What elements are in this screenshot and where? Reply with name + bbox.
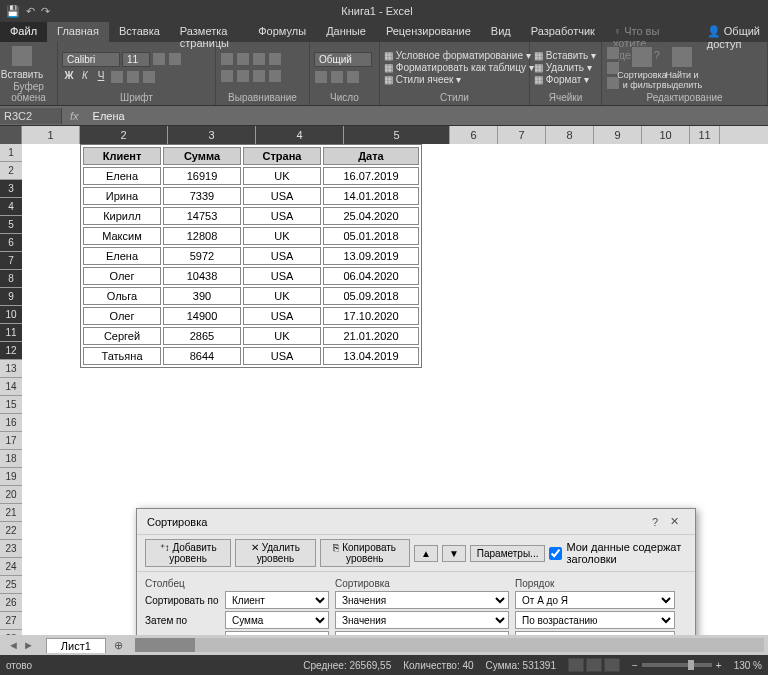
table-row[interactable]: Елена16919UK16.07.2019 <box>83 167 419 185</box>
cell[interactable]: 25.04.2020 <box>323 207 419 225</box>
col-header[interactable]: 1 <box>22 126 80 144</box>
cell[interactable]: Елена <box>83 167 161 185</box>
percent-icon[interactable] <box>330 70 344 84</box>
font-size-select[interactable]: 11 <box>122 52 150 67</box>
col-header[interactable]: 9 <box>594 126 642 144</box>
order-select[interactable]: От А до Я <box>515 591 675 609</box>
shrink-font-icon[interactable] <box>168 52 182 66</box>
row-header[interactable]: 22 <box>0 522 22 540</box>
cell[interactable]: 06.04.2020 <box>323 267 419 285</box>
add-sheet-icon[interactable]: ⊕ <box>106 639 131 652</box>
close-icon[interactable]: ✕ <box>664 515 685 528</box>
row-header[interactable]: 8 <box>0 270 22 288</box>
bold-button[interactable]: Ж <box>62 70 76 84</box>
row-header[interactable]: 20 <box>0 486 22 504</box>
help-icon[interactable]: ? <box>646 516 664 528</box>
cell[interactable]: 12808 <box>163 227 241 245</box>
zoom-in-icon[interactable]: + <box>716 660 722 671</box>
col-header[interactable]: 5 <box>344 126 450 144</box>
align-left-icon[interactable] <box>220 69 234 83</box>
view-normal-icon[interactable] <box>568 658 584 672</box>
zoom-out-icon[interactable]: − <box>632 660 638 671</box>
table-row[interactable]: Олег10438USA06.04.2020 <box>83 267 419 285</box>
align-mid-icon[interactable] <box>236 52 250 66</box>
col-header[interactable]: 4 <box>256 126 344 144</box>
find-select-button[interactable]: Найти и выделить <box>664 46 700 90</box>
row-header[interactable]: 3 <box>0 180 22 198</box>
cell[interactable]: 14753 <box>163 207 241 225</box>
col-header[interactable]: 6 <box>450 126 498 144</box>
align-bot-icon[interactable] <box>252 52 266 66</box>
cell[interactable]: Кирилл <box>83 207 161 225</box>
row-header[interactable]: 4 <box>0 198 22 216</box>
font-name-select[interactable]: Calibri <box>62 52 120 67</box>
zoom-value[interactable]: 130 % <box>734 660 762 671</box>
col-header[interactable]: 3 <box>168 126 256 144</box>
cell[interactable]: Татьяна <box>83 347 161 365</box>
row-header[interactable]: 25 <box>0 576 22 594</box>
select-all-corner[interactable] <box>0 126 22 144</box>
table-row[interactable]: Сергей2865UK21.01.2020 <box>83 327 419 345</box>
sort-on-select[interactable]: Значения <box>335 611 509 629</box>
tab-developer[interactable]: Разработчик <box>521 22 605 42</box>
sheet-tab[interactable]: Лист1 <box>46 638 106 653</box>
cell[interactable]: 8644 <box>163 347 241 365</box>
cell[interactable]: USA <box>243 207 321 225</box>
tell-me[interactable]: ♀ Что вы хотите сделать? <box>605 22 699 42</box>
save-icon[interactable]: 💾 <box>6 5 20 18</box>
cell[interactable]: Сергей <box>83 327 161 345</box>
cell[interactable]: 2865 <box>163 327 241 345</box>
align-right-icon[interactable] <box>252 69 266 83</box>
row-header[interactable]: 26 <box>0 594 22 612</box>
cell[interactable]: 13.04.2019 <box>323 347 419 365</box>
move-down-button[interactable]: ▼ <box>442 545 466 562</box>
tab-layout[interactable]: Разметка страницы <box>170 22 248 42</box>
zoom-slider[interactable]: − + <box>632 660 722 671</box>
cell[interactable]: UK <box>243 227 321 245</box>
row-header[interactable]: 14 <box>0 378 22 396</box>
italic-button[interactable]: К <box>78 70 92 84</box>
col-header[interactable]: 11 <box>690 126 720 144</box>
table-row[interactable]: Ольга390UK05.09.2018 <box>83 287 419 305</box>
align-center-icon[interactable] <box>236 69 250 83</box>
cell[interactable]: Ирина <box>83 187 161 205</box>
row-header[interactable]: 7 <box>0 252 22 270</box>
cell[interactable]: 14900 <box>163 307 241 325</box>
cell[interactable]: Олег <box>83 307 161 325</box>
sheet-nav-next-icon[interactable]: ► <box>23 639 34 651</box>
table-row[interactable]: Максим12808UK05.01.2018 <box>83 227 419 245</box>
delete-level-button[interactable]: ✕ Удалить уровень <box>235 539 315 567</box>
cell[interactable]: 21.01.2020 <box>323 327 419 345</box>
currency-icon[interactable] <box>314 70 328 84</box>
cell-styles-button[interactable]: ▦ Стили ячеек ▾ <box>384 74 534 85</box>
cell[interactable]: 05.01.2018 <box>323 227 419 245</box>
col-header[interactable]: 2 <box>80 126 168 144</box>
cell[interactable]: USA <box>243 247 321 265</box>
row-header[interactable]: 23 <box>0 540 22 558</box>
autosum-icon[interactable] <box>606 46 620 60</box>
view-layout-icon[interactable] <box>586 658 602 672</box>
tab-formulas[interactable]: Формулы <box>248 22 316 42</box>
tab-view[interactable]: Вид <box>481 22 521 42</box>
cell[interactable]: 16.07.2019 <box>323 167 419 185</box>
cell[interactable]: USA <box>243 267 321 285</box>
tab-insert[interactable]: Вставка <box>109 22 170 42</box>
row-header[interactable]: 6 <box>0 234 22 252</box>
row-header[interactable]: 17 <box>0 432 22 450</box>
sort-on-select[interactable]: Значения <box>335 591 509 609</box>
column-select[interactable]: Клиент <box>225 591 329 609</box>
cell[interactable]: UK <box>243 167 321 185</box>
cell[interactable]: USA <box>243 307 321 325</box>
col-header[interactable]: 10 <box>642 126 690 144</box>
row-header[interactable]: 16 <box>0 414 22 432</box>
row-header[interactable]: 15 <box>0 396 22 414</box>
tab-review[interactable]: Рецензирование <box>376 22 481 42</box>
row-header[interactable]: 24 <box>0 558 22 576</box>
formula-input[interactable]: Елена <box>87 108 768 124</box>
view-break-icon[interactable] <box>604 658 620 672</box>
sheet-nav-prev-icon[interactable]: ◄ <box>8 639 19 651</box>
cell[interactable]: UK <box>243 287 321 305</box>
row-header[interactable]: 5 <box>0 216 22 234</box>
cell[interactable]: 390 <box>163 287 241 305</box>
table-row[interactable]: Олег14900USA17.10.2020 <box>83 307 419 325</box>
